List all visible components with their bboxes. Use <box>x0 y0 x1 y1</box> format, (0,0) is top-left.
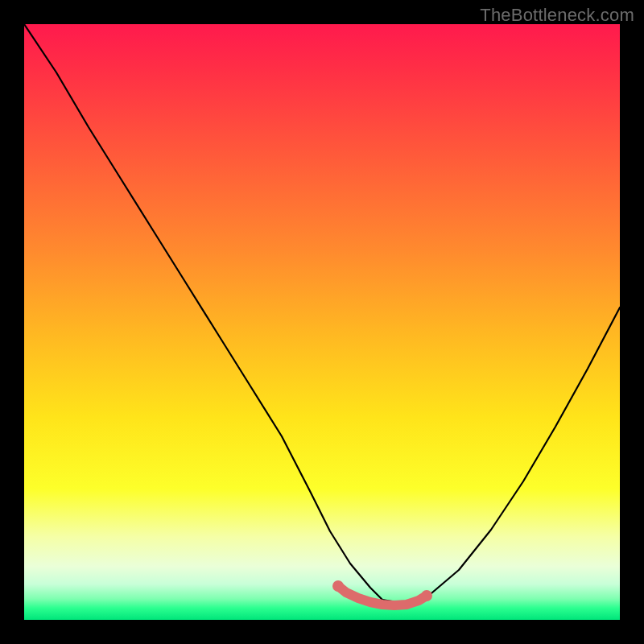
red-marker-segment <box>338 586 427 605</box>
plot-area <box>24 24 620 620</box>
chart-frame: TheBottleneck.com <box>0 0 644 644</box>
watermark-text: TheBottleneck.com <box>480 5 634 26</box>
red-marker-start-dot <box>332 580 344 592</box>
red-marker-end-dot <box>421 590 432 601</box>
bottleneck-curve <box>24 24 620 604</box>
chart-svg <box>24 24 620 620</box>
